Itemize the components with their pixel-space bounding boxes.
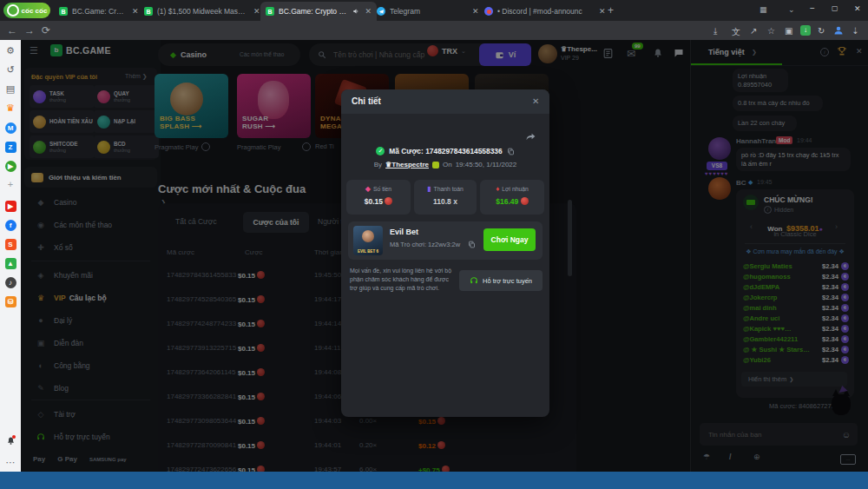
close-tab-icon[interactable]: ✕	[472, 7, 479, 16]
minimize-button[interactable]: −	[810, 3, 815, 13]
coccoc-logo: cốc cốc	[3, 3, 50, 18]
discord-favicon	[484, 7, 493, 16]
notification-bell-icon[interactable]	[0, 436, 21, 446]
tab-search-icon[interactable]: ⌄	[788, 5, 795, 14]
browser-sidebar: ⚙ ↺ ▤ ♛ M Z ▶ + ▶ f S ▲ ♪ ⛁ ⋯	[0, 40, 22, 472]
forward-icon[interactable]: →	[24, 24, 35, 36]
profile-avatar-icon[interactable]	[833, 25, 844, 36]
translate-icon[interactable]: 文	[732, 26, 740, 38]
more-icon[interactable]: ⋯	[0, 457, 21, 468]
tab-mascot[interactable]: B (1) $1,500 Midweek Mascot ✕	[139, 2, 266, 21]
tab-audio-icon[interactable]	[352, 8, 359, 15]
copy-icon[interactable]	[507, 148, 515, 155]
modal-header: Chi tiết ✕	[341, 89, 549, 114]
bookmark-star-icon[interactable]: ☆	[767, 26, 775, 36]
adblock-icon[interactable]: ▣	[785, 26, 792, 36]
bcgame-favicon: B	[266, 7, 274, 16]
tab-telegram[interactable]: Telegram ✕	[372, 2, 484, 21]
shopee-icon[interactable]: S	[0, 238, 21, 250]
browser-toolbar: ← → ⟳ bc.game/vi/game/evil-bet-by-mascot…	[0, 21, 868, 40]
bet-details-modal: Chi tiết ✕ ✓ Mã Cược: 174829784361455833…	[341, 89, 549, 417]
windows-taskbar: ∧ ENG 7:46 PM11/1/2022	[0, 472, 868, 489]
games-gamepad-icon[interactable]: ▶	[0, 160, 21, 172]
close-window-button[interactable]: ✕	[854, 4, 861, 13]
reload-icon[interactable]: ⟳	[42, 24, 50, 36]
store-icon[interactable]: ▲	[0, 257, 21, 269]
zalo-icon[interactable]: Z	[0, 141, 21, 153]
browser-tab-bar: cốc cốc B BC.Game: Crypto Casino Gan ✕ B…	[0, 0, 868, 21]
play-now-button[interactable]: Chơi Ngay	[483, 228, 536, 251]
copy-game-id-icon[interactable]	[468, 241, 476, 248]
game-thumb[interactable]: EVIL BET 6	[353, 226, 383, 255]
bell-red-dot	[12, 435, 16, 439]
support-text: Mọi vấn đề, xin vui lòng liên hệ với bộ …	[350, 267, 454, 292]
bet-id-row: ✓ Mã Cược: 1748297843614558336	[341, 147, 549, 155]
close-modal-icon[interactable]: ✕	[532, 96, 539, 106]
tab-title: Telegram	[390, 7, 466, 16]
pip-icon[interactable]: ▦	[760, 5, 767, 14]
coccoc-mascot-icon	[7, 4, 19, 17]
close-tab-icon[interactable]: ✕	[253, 7, 260, 16]
share-bet-icon[interactable]	[525, 131, 536, 142]
bet-id-value: 1748297843614558336	[425, 147, 503, 155]
tab-title: BC.Game: Crypto Casino	[279, 7, 348, 16]
bcgame-favicon: B	[144, 7, 153, 16]
tab-discord[interactable]: • Discord | #mod-announc ✕	[479, 2, 611, 21]
coccoc-logo-text: cốc cốc	[22, 7, 48, 15]
history-icon[interactable]: ↺	[0, 64, 21, 76]
new-tab-button[interactable]: +	[608, 4, 614, 17]
close-tab-icon[interactable]: ✕	[365, 7, 372, 16]
tab-bcgame-1[interactable]: B BC.Game: Crypto Casino Gan ✕	[54, 2, 144, 21]
stat-payout: ▮Thanh toán 110.8 x	[414, 180, 477, 215]
screen: cốc cốc B BC.Game: Crypto Casino Gan ✕ B…	[0, 0, 868, 489]
bet-datetime: 19:45:50, 1/11/2022	[456, 161, 517, 169]
bet-by-row: By ♛Thespectre On 19:45:50, 1/11/2022	[341, 161, 549, 169]
youtube-icon[interactable]: ▶	[0, 200, 21, 212]
headset-icon	[470, 276, 478, 285]
game-id: Mã Trò chơi: 1z2wv3:2w	[390, 241, 460, 248]
player-badge-icon	[432, 162, 439, 169]
save-page-icon[interactable]: ⤓	[713, 26, 717, 36]
social-icon[interactable]: ♪	[0, 276, 21, 288]
telegram-favicon	[377, 7, 385, 16]
amount-icon: ◆	[365, 185, 371, 193]
maximize-button[interactable]: ▢	[832, 4, 838, 12]
tab-title: BC.Game: Crypto Casino Gan	[72, 7, 126, 16]
add-shortcut-icon[interactable]: +	[0, 179, 21, 189]
player-name[interactable]: ♛Thespectre	[385, 161, 429, 169]
modal-title: Chi tiết	[352, 96, 381, 106]
back-icon[interactable]: ←	[7, 24, 17, 36]
tab-title: (1) $1,500 Midweek Mascot	[157, 7, 247, 16]
tab-title: • Discord | #mod-announc	[497, 7, 593, 16]
live-support-button[interactable]: Hỗ trợ trực tuyến	[459, 270, 542, 291]
crown-vip-icon[interactable]: ♛	[0, 102, 21, 114]
settings-gear-icon[interactable]: ⚙	[0, 45, 21, 56]
messenger-icon[interactable]: M	[0, 122, 21, 134]
bcgame-page: ☰ b BC.GAME Đặc quyền VIP của tôi Thêm ❯…	[21, 40, 868, 472]
cart-icon[interactable]: ⛁	[0, 295, 21, 307]
bcgame-favicon: B	[59, 7, 68, 16]
downloads-icon[interactable]: ⇣	[852, 26, 858, 36]
feed-icon[interactable]: ▤	[0, 83, 21, 95]
check-icon: ✓	[376, 147, 385, 155]
share-icon[interactable]: ↗	[750, 26, 757, 36]
stat-profit: ♦Lợi nhuận $16.49	[480, 180, 544, 215]
close-tab-icon[interactable]: ✕	[599, 7, 606, 16]
stat-amount: ◆Số tiền $0.15	[346, 180, 411, 215]
payout-icon: ▮	[427, 185, 431, 193]
sync-icon[interactable]: ↻	[818, 26, 825, 36]
idm-extension-icon[interactable]: ↓	[800, 25, 811, 36]
game-title: Evil Bet	[390, 228, 418, 236]
facebook-icon[interactable]: f	[0, 219, 21, 231]
close-tab-icon[interactable]: ✕	[132, 7, 139, 16]
tab-bcgame-active[interactable]: B BC.Game: Crypto Casino ✕	[260, 2, 377, 21]
profit-icon: ♦	[496, 185, 499, 193]
